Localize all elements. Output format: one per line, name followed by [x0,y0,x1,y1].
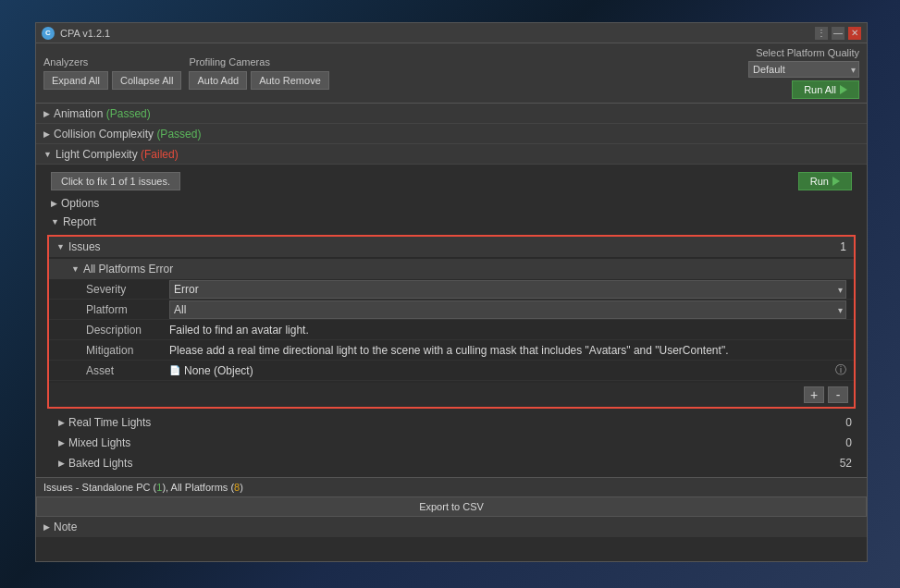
issues-prefix: Issues - Standalone PC ( [43,482,156,493]
issues-triangle: ▼ [56,242,65,251]
light-content: Click to fix 1 of 1 issues. Run ▶ Option… [36,165,867,477]
content-area: ▶ Animation (Passed) ▶ Collision Complex… [36,104,867,561]
baked-lights-row[interactable]: ▶ Baked Lights 52 [43,453,859,473]
window-icon: C [42,27,55,40]
collision-triangle: ▶ [43,129,50,139]
platform-label: Platform [86,303,169,316]
light-status: (Failed) [141,148,179,161]
mixed-lights-label: Mixed Lights [68,436,130,449]
title-bar: C CPA v1.2.1 ⋮ — ✕ [36,23,867,43]
asset-info-icon[interactable]: ⓘ [835,362,846,378]
platform-value-wrapper: All PC Android [169,300,846,319]
analyzers-buttons: Expand All Collapse All [43,71,181,90]
mixed-lights-count: 0 [845,436,852,449]
run-all-label: Run All [804,84,836,95]
animation-status: (Passed) [106,107,151,120]
analyzers-section: Analyzers Expand All Collapse All [43,56,181,90]
auto-remove-button[interactable]: Auto Remove [251,71,329,90]
collision-section-header[interactable]: ▶ Collision Complexity (Passed) [36,124,867,144]
title-bar-left: C CPA v1.2.1 [42,27,110,40]
description-value: Failed to find an avatar light. [169,324,846,337]
animation-section-header[interactable]: ▶ Animation (Passed) [36,104,867,124]
real-time-triangle: ▶ [58,418,65,427]
asset-row: Asset 📄 None (Object) ⓘ [49,361,854,381]
platform-row: Platform All PC Android [49,300,854,320]
severity-label: Severity [86,283,169,296]
options-header[interactable]: ▶ Options [43,194,859,213]
title-bar-controls: ⋮ — ✕ [815,27,861,40]
fix-bar: Click to fix 1 of 1 issues. Run [43,168,859,194]
run-label: Run [810,176,829,187]
profiling-label: Profiling Cameras [189,56,328,67]
window-title: CPA v1.2.1 [60,28,110,39]
run-button[interactable]: Run [798,172,852,190]
fix-button[interactable]: Click to fix 1 of 1 issues. [51,172,180,190]
real-time-lights-row[interactable]: ▶ Real Time Lights 0 [43,412,859,433]
mitigation-row: Mitigation Please add a real time direct… [49,340,854,361]
analyzers-label: Analyzers [43,56,181,67]
options-label: Options [61,197,99,210]
options-triangle: ▶ [51,199,57,208]
issues-panel: ▼ Issues 1 ▼ All Platforms Error Severit… [47,235,856,409]
mixed-lights-row[interactable]: ▶ Mixed Lights 0 [43,433,859,453]
baked-lights-count: 52 [840,457,852,470]
mitigation-label: Mitigation [86,344,169,357]
issues-header-left: ▼ Issues [56,240,101,253]
add-issue-button[interactable]: + [804,386,824,403]
collapse-all-button[interactable]: Collapse All [112,71,181,90]
issues-suffix: ) [240,482,243,493]
report-header[interactable]: ▼ Report [43,213,859,231]
run-icon [832,177,840,186]
severity-select-wrapper: Error Warning Info [169,280,846,299]
close-button[interactable]: ✕ [848,27,861,40]
error-header[interactable]: ▼ All Platforms Error [49,259,854,279]
expand-all-button[interactable]: Expand All [43,71,108,90]
description-row: Description Failed to find an avatar lig… [49,320,854,340]
platform-section: Select Platform Quality Default High Med… [748,47,859,99]
remove-issue-button[interactable]: - [828,386,848,403]
minimize-button[interactable]: — [832,27,845,40]
light-section-header[interactable]: ▼ Light Complexity (Failed) [36,144,867,165]
report-label: Report [63,215,96,228]
collision-title: Collision Complexity (Passed) [54,128,201,141]
severity-row: Severity Error Warning Info [49,279,854,300]
asset-value: None (Object) [184,364,253,377]
baked-lights-label: Baked Lights [68,457,132,470]
auto-add-button[interactable]: Auto Add [189,71,247,90]
issues-header[interactable]: ▼ Issues 1 [49,237,854,257]
select-platform-label: Select Platform Quality [756,47,859,58]
status-bar: Issues - Standalone PC (1), All Platform… [36,477,867,496]
baked-lights-left: ▶ Baked Lights [58,457,132,470]
note-label: Note [54,521,77,533]
note-header[interactable]: ▶ Note [36,517,867,537]
baked-lights-triangle: ▶ [58,459,65,468]
platform-select-wrapper: Default High Medium Low [748,61,859,78]
platform-select[interactable]: Default High Medium Low [748,61,859,78]
mitigation-value: Please add a real time directional light… [169,344,846,357]
profiling-buttons: Auto Add Auto Remove [189,71,328,90]
toolbar: Analyzers Expand All Collapse All Profil… [36,43,867,104]
platform-value-select[interactable]: All PC Android [169,300,846,319]
issues-middle: ), All Platforms ( [162,482,234,493]
cpa-window: C CPA v1.2.1 ⋮ — ✕ Analyzers Expand All … [35,22,868,562]
asset-file-icon: 📄 [169,365,180,375]
note-triangle: ▶ [43,522,50,532]
asset-value-container: 📄 None (Object) ⓘ [169,362,846,378]
error-block: ▼ All Platforms Error Severity Error War… [49,257,854,383]
run-all-icon [840,85,847,94]
error-group-title: All Platforms Error [83,263,173,276]
panel-actions: + - [49,383,854,407]
real-time-lights-label: Real Time Lights [68,416,151,429]
real-time-left: ▶ Real Time Lights [58,416,151,429]
issues-count: 1 [840,240,846,253]
run-all-button[interactable]: Run All [792,80,859,99]
menu-button[interactable]: ⋮ [815,27,828,40]
mixed-lights-triangle: ▶ [58,438,65,447]
export-csv-button[interactable]: Export to CSV [36,496,867,517]
issues-title: Issues [68,240,101,253]
error-triangle: ▼ [71,264,80,274]
asset-label: Asset [86,364,169,377]
collision-status: (Passed) [156,128,201,141]
light-title: Light Complexity (Failed) [55,148,179,161]
severity-select[interactable]: Error Warning Info [169,280,846,299]
